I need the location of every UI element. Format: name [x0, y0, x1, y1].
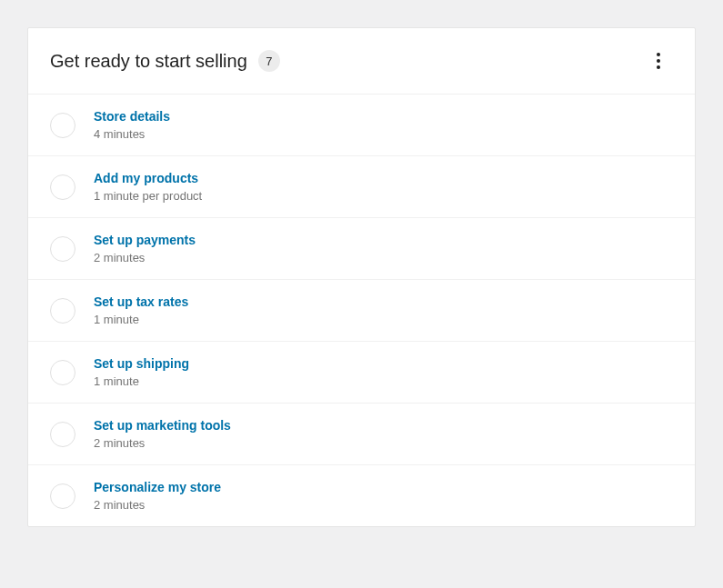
- panel-header: Get ready to start selling 7: [28, 28, 695, 95]
- task-title: Personalize my store: [94, 480, 221, 494]
- more-options-button[interactable]: [644, 46, 673, 75]
- task-title: Set up payments: [94, 233, 196, 247]
- task-status-circle: [50, 113, 75, 138]
- task-item-setup-marketing[interactable]: Set up marketing tools 2 minutes: [28, 404, 695, 465]
- task-time: 2 minutes: [94, 498, 221, 512]
- svg-point-1: [657, 59, 660, 63]
- task-time: 4 minutes: [94, 127, 170, 141]
- task-status-circle: [50, 422, 75, 447]
- task-content: Personalize my store 2 minutes: [94, 480, 221, 512]
- task-content: Add my products 1 minute per product: [94, 171, 202, 203]
- task-time: 1 minute per product: [94, 189, 202, 203]
- svg-point-0: [657, 53, 660, 56]
- task-status-circle: [50, 483, 75, 509]
- task-status-circle: [50, 236, 75, 262]
- svg-point-2: [657, 65, 660, 69]
- task-title: Set up tax rates: [94, 294, 188, 309]
- task-title: Set up shipping: [94, 356, 189, 371]
- task-content: Set up payments 2 minutes: [94, 233, 196, 264]
- task-content: Set up marketing tools 2 minutes: [94, 418, 231, 450]
- task-item-setup-tax[interactable]: Set up tax rates 1 minute: [28, 280, 695, 342]
- setup-tasks-panel: Get ready to start selling 7 Store detai…: [27, 27, 696, 527]
- task-time: 2 minutes: [94, 251, 196, 264]
- task-time: 2 minutes: [94, 436, 231, 450]
- task-item-store-details[interactable]: Store details 4 minutes: [28, 95, 695, 156]
- task-list: Store details 4 minutes Add my products …: [28, 95, 695, 526]
- task-content: Store details 4 minutes: [94, 109, 170, 141]
- task-item-add-products[interactable]: Add my products 1 minute per product: [28, 156, 695, 218]
- task-time: 1 minute: [94, 374, 189, 388]
- task-title: Set up marketing tools: [94, 418, 231, 433]
- panel-title: Get ready to start selling: [50, 51, 247, 72]
- task-content: Set up tax rates 1 minute: [94, 294, 188, 326]
- task-status-circle: [50, 360, 75, 385]
- more-vertical-icon: [657, 53, 660, 69]
- task-status-circle: [50, 298, 75, 324]
- task-title: Store details: [94, 109, 170, 124]
- task-item-setup-payments[interactable]: Set up payments 2 minutes: [28, 218, 695, 280]
- task-status-circle: [50, 174, 75, 200]
- task-content: Set up shipping 1 minute: [94, 356, 189, 388]
- task-time: 1 minute: [94, 313, 188, 326]
- task-count-badge: 7: [258, 50, 280, 72]
- task-title: Add my products: [94, 171, 202, 185]
- task-item-setup-shipping[interactable]: Set up shipping 1 minute: [28, 342, 695, 404]
- task-item-personalize-store[interactable]: Personalize my store 2 minutes: [28, 465, 695, 526]
